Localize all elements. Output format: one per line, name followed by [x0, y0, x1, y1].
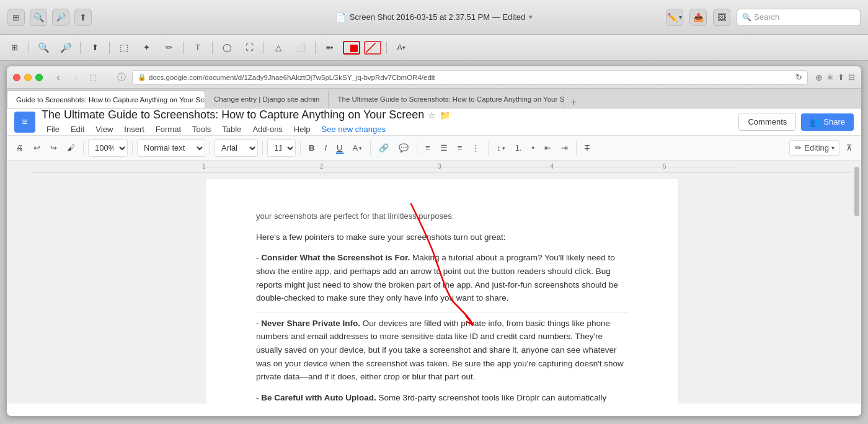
forward-btn[interactable]: ›: [69, 71, 82, 84]
italic-btn[interactable]: I: [321, 141, 330, 155]
numbered-list-btn[interactable]: 1.: [512, 141, 526, 155]
path-btn[interactable]: ⛶: [240, 40, 259, 56]
reading-view-icon[interactable]: ⊟: [848, 73, 855, 82]
zoom-in-btn[interactable]: 🔎: [52, 9, 69, 26]
new-tab-btn[interactable]: +: [564, 97, 582, 108]
menu-table[interactable]: Table: [217, 123, 246, 135]
scrollbar-thumb[interactable]: [854, 167, 859, 216]
address-bar[interactable]: 🔒 docs.google.com/document/d/1Zady9Jhae6…: [132, 70, 808, 85]
zoom-select[interactable]: 100%: [88, 139, 128, 157]
doc-bullet2: - Never Share Private Info. Our devices …: [256, 312, 628, 384]
bold-btn[interactable]: B: [305, 141, 318, 155]
link-btn[interactable]: 🔗: [375, 141, 392, 155]
menu-view[interactable]: View: [91, 123, 118, 135]
comment-inline-btn[interactable]: 💬: [395, 141, 412, 155]
align-right-btn[interactable]: ≡: [454, 141, 466, 155]
tab-3[interactable]: The Ultimate Guide to Screenshots: How t…: [329, 91, 564, 108]
editing-chevron-icon: ▾: [831, 144, 835, 151]
justify-btn[interactable]: ⋮: [468, 141, 484, 155]
bookmark-icon[interactable]: ⊕: [815, 73, 823, 82]
menu-addons[interactable]: Add-ons: [247, 123, 287, 135]
browser-titlebar: ‹ › ⬚ ⓘ 🔒 docs.google.com/document/d/1Za…: [7, 66, 861, 89]
stroke-color-btn[interactable]: [343, 41, 360, 55]
share-label: Share: [823, 117, 845, 126]
doc-paper: your screenshots are perfect for that li…: [206, 179, 678, 404]
info-btn[interactable]: ⓘ: [115, 71, 128, 84]
see-new-changes-btn[interactable]: See new changes: [317, 123, 391, 135]
toolbar-sep-5: [212, 42, 213, 54]
magic-wand-btn[interactable]: ✦: [137, 40, 156, 56]
font-select[interactable]: Arial: [215, 139, 258, 157]
search-bar[interactable]: 🔍 Search: [737, 9, 861, 26]
align-btn[interactable]: ≡ ▾: [321, 40, 339, 56]
clear-format-btn[interactable]: T̶: [581, 141, 593, 155]
zoom-plus-btn[interactable]: 🔎: [56, 40, 75, 56]
doc-bullet3: - Be Careful with Auto Upload. Some 3rd-…: [256, 391, 628, 404]
comments-button[interactable]: Comments: [738, 113, 796, 131]
present-btn[interactable]: 🖼: [713, 9, 730, 26]
font-btn[interactable]: A ▾: [392, 40, 410, 56]
toolbar-sep-g: [417, 141, 417, 155]
size-select[interactable]: 11: [267, 139, 296, 157]
share-button[interactable]: 👥 Share: [801, 113, 854, 131]
fill-color-btn[interactable]: [364, 41, 381, 55]
indent-more-btn[interactable]: ⇥: [557, 141, 572, 155]
redo-btn[interactable]: ↪: [46, 141, 61, 155]
extensions-icon[interactable]: ✳: [826, 73, 834, 82]
back-btn[interactable]: ‹: [51, 71, 65, 84]
paint-format-btn[interactable]: 🖌: [63, 141, 79, 155]
undo-btn[interactable]: ↩: [30, 141, 44, 155]
font-color-btn[interactable]: A ▾: [348, 141, 366, 155]
browser-tabs: Guide to Screenshots: How to Capture Any…: [7, 89, 861, 108]
share-doc-btn[interactable]: 📤: [689, 9, 707, 26]
shapes-btn[interactable]: ◯: [218, 40, 236, 56]
pen-btn[interactable]: ✏️ ▾: [666, 9, 683, 26]
menu-tools[interactable]: Tools: [187, 123, 216, 135]
draw-btn[interactable]: ✏: [159, 40, 178, 56]
crop-btn[interactable]: ⬜: [291, 40, 310, 56]
collapse-btn[interactable]: ⊼: [843, 141, 856, 155]
window-title-area: 📄 Screen Shot 2016-03-15 at 2.37.51 PM —…: [335, 12, 533, 22]
folder-icon[interactable]: 📁: [440, 110, 450, 120]
print-btn[interactable]: 🖨: [12, 141, 27, 155]
grid-view-btn[interactable]: ⊞: [5, 40, 24, 56]
align-center-btn[interactable]: ☰: [436, 141, 451, 155]
menu-format[interactable]: Format: [151, 123, 186, 135]
menu-file[interactable]: File: [42, 123, 64, 135]
docs-title-area: The Ultimate Guide to Screenshots: How t…: [42, 108, 732, 135]
reload-icon[interactable]: ↻: [795, 73, 802, 82]
star-icon[interactable]: ☆: [428, 110, 436, 120]
minimize-btn[interactable]: [24, 74, 32, 81]
titlebar-right: ✏️ ▾ 📤 🖼 🔍 Search: [666, 9, 861, 26]
sidebar-toggle-btn[interactable]: ⬚: [86, 71, 100, 84]
maximize-btn[interactable]: [35, 74, 43, 81]
window-menu-btn[interactable]: ⊞: [7, 9, 25, 26]
text-btn[interactable]: T: [188, 40, 207, 56]
menu-insert[interactable]: Insert: [119, 123, 149, 135]
indent-less-btn[interactable]: ⇤: [541, 141, 555, 155]
toolbar-sep-c: [210, 141, 210, 155]
align-left-btn[interactable]: ≡: [422, 141, 434, 155]
close-btn[interactable]: [13, 74, 20, 81]
search-icon: 🔍: [742, 13, 751, 22]
menu-edit[interactable]: Edit: [66, 123, 89, 135]
tab-2-label: Change entry | Django site admin: [214, 95, 319, 103]
bullet-list-btn[interactable]: •: [528, 141, 539, 155]
tab-2[interactable]: Change entry | Django site admin: [205, 91, 329, 108]
menu-help[interactable]: Help: [289, 123, 316, 135]
transform-btn[interactable]: △: [269, 40, 288, 56]
select-btn[interactable]: ⬚: [115, 40, 133, 56]
title-chevron-icon[interactable]: ▾: [529, 13, 533, 21]
export-btn[interactable]: ⬆: [86, 40, 104, 56]
tab-1[interactable]: Guide to Screenshots: How to Capture Any…: [7, 91, 205, 108]
docs-document-title[interactable]: The Ultimate Guide to Screenshots: How t…: [42, 108, 424, 122]
line-spacing-btn[interactable]: ↕ ▾: [493, 141, 509, 155]
share-page-icon[interactable]: ⬆: [838, 73, 844, 82]
zoom-minus-btn[interactable]: 🔍: [34, 40, 53, 56]
toolbar-sep-d: [262, 141, 263, 155]
zoom-out-btn[interactable]: 🔍: [30, 9, 47, 26]
editing-mode-btn[interactable]: ✏ Editing ▾: [789, 140, 840, 156]
share-window-btn[interactable]: ⬆: [74, 9, 92, 26]
style-select[interactable]: Normal text: [137, 139, 205, 157]
underline-btn[interactable]: U: [333, 141, 346, 155]
